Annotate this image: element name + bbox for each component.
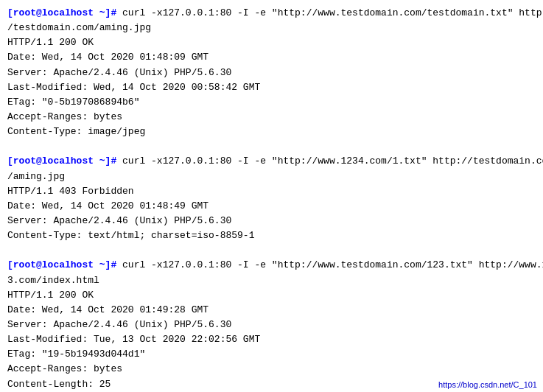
response-line: HTTP/1.1 200 OK [7,288,536,303]
blank-line [7,139,536,154]
response-line: Content-Type: text/html; charset=iso-885… [7,228,536,243]
response-line: HTTP/1.1 200 OK [7,35,536,50]
command-text: curl -x127.0.0.1:80 -I -e "http://www.te… [122,7,543,18]
response-line: Date: Wed, 14 Oct 2020 01:48:49 GMT [7,199,536,214]
command-text: curl -x127.0.0.1:80 -I -e "http://www.12… [122,155,543,167]
response-line: Last-Modified: Wed, 14 Oct 2020 00:58:42… [7,80,536,95]
response-line: Last-Modified: Tue, 13 Oct 2020 22:02:56… [7,332,536,347]
blank-line [7,243,536,258]
response-line: Server: Apache/2.4.46 (Unix) PHP/5.6.30 [7,66,536,80]
prompt: [root@localhost ~]# [7,7,122,18]
command-text: curl -x127.0.0.1:80 -I -e "http://www.te… [122,259,543,270]
response-line: ETag: "19-5b19493d044d1" [7,347,536,362]
response-line: Date: Wed, 14 Oct 2020 01:48:09 GMT [7,50,536,65]
watermark: https://blog.csdn.net/C_101 [438,380,537,389]
response-line: Accept-Ranges: bytes [7,362,536,377]
command-line: [root@localhost ~]# curl -x127.0.0.1:80 … [7,154,536,169]
prompt: [root@localhost ~]# [7,155,122,167]
command-line: [root@localhost ~]# curl -x127.0.0.1:80 … [7,6,536,21]
response-line: ETag: "0-5b197086894b6" [7,95,536,110]
command-continuation: 3.com/index.html [7,273,536,288]
command-continuation: /aming.jpg [7,169,536,184]
response-line: Content-Type: image/jpeg [7,125,536,139]
response-line: Accept-Ranges: bytes [7,110,536,125]
terminal-window: [root@localhost ~]# curl -x127.0.0.1:80 … [0,0,543,392]
command-continuation: /testdomain.com/aming.jpg [7,21,536,35]
response-line: Date: Wed, 14 Oct 2020 01:49:28 GMT [7,303,536,318]
response-line: Server: Apache/2.4.46 (Unix) PHP/5.6.30 [7,214,536,228]
terminal-content: [root@localhost ~]# curl -x127.0.0.1:80 … [7,6,536,392]
response-line: HTTP/1.1 403 Forbidden [7,184,536,199]
response-line: Server: Apache/2.4.46 (Unix) PHP/5.6.30 [7,318,536,332]
prompt: [root@localhost ~]# [7,259,122,270]
command-line: [root@localhost ~]# curl -x127.0.0.1:80 … [7,258,536,273]
